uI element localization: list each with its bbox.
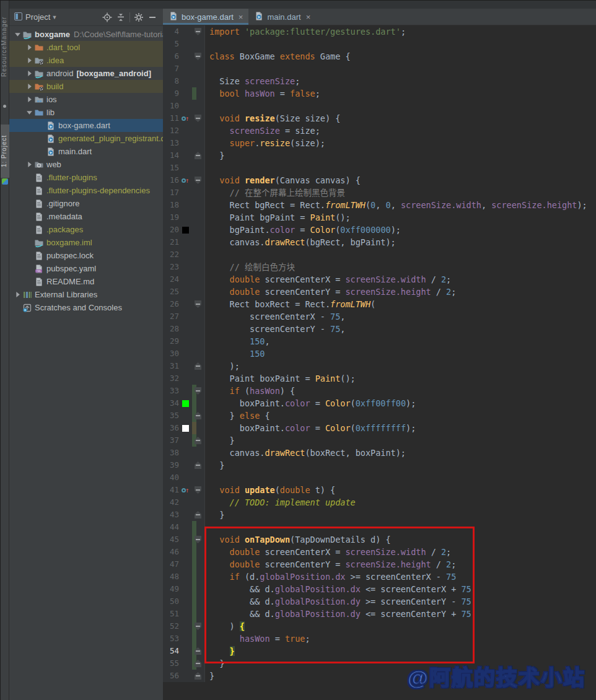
fold-region-start-icon[interactable] — [195, 300, 201, 308]
code-line-50[interactable]: 50 && d.globalPosition.dy >= screenCente… — [163, 595, 596, 608]
code-line-31[interactable]: 31 ); — [163, 360, 596, 372]
tree-row-box-game.dart[interactable]: box-game.dart — [9, 119, 163, 132]
gutter[interactable]: 43 — [163, 509, 205, 521]
code-line-36[interactable]: 36 boxPaint.color = Color(0xffffffff); — [163, 422, 596, 434]
tree-row-android[interactable]: android[boxgame_android] — [9, 67, 163, 80]
close-icon[interactable]: × — [306, 12, 311, 22]
gutter[interactable]: 40 — [163, 471, 205, 484]
code-line-6[interactable]: 6class BoxGame extends Game { — [163, 50, 596, 63]
gutter[interactable]: 51 — [163, 608, 205, 620]
gutter[interactable]: 16↑ — [163, 174, 205, 186]
fold-region-start-icon[interactable] — [195, 115, 201, 122]
toolstrip-project-button[interactable]: 1: Project — [1, 125, 9, 178]
code-line-4[interactable]: 4import 'package:flutter/gestures.dart'; — [163, 25, 596, 38]
gutter[interactable]: 41↑ — [163, 484, 205, 496]
gutter[interactable]: 23 — [163, 261, 205, 273]
code-line-5[interactable]: 5 — [163, 38, 596, 50]
project-panel-title[interactable]: Project — [25, 12, 50, 22]
gutter[interactable]: 38 — [163, 447, 205, 459]
code-line-9[interactable]: 9 bool hasWon = false; — [163, 87, 596, 100]
hide-panel-icon[interactable] — [146, 11, 159, 24]
tree-row-external-libraries[interactable]: External Libraries — [9, 288, 163, 301]
fold-region-start-icon[interactable] — [195, 486, 201, 494]
code-line-40[interactable]: 40 — [163, 471, 596, 484]
tree-expand-arrow[interactable] — [13, 31, 22, 38]
tree-expand-arrow[interactable] — [25, 161, 33, 168]
gutter[interactable]: 11↑ — [163, 112, 205, 125]
code-line-16[interactable]: 16↑ void render(Canvas canvas) { — [163, 174, 596, 186]
code-line-47[interactable]: 47 double screenCenterY = screenSize.hei… — [163, 558, 596, 571]
code-line-42[interactable]: 42 // TODO: implement update — [163, 496, 596, 509]
gutter[interactable]: 10 — [163, 100, 205, 112]
gutter[interactable]: 17 — [163, 186, 205, 199]
code-line-21[interactable]: 21 canvas.drawRect(bgRect, bgPaint); — [163, 236, 596, 248]
gutter[interactable]: 4 — [163, 25, 205, 38]
override-method-icon[interactable]: ↑ — [179, 177, 191, 184]
gutter[interactable]: 54 — [163, 645, 205, 657]
color-preview-swatch[interactable] — [179, 400, 191, 407]
tree-row-boxgame[interactable]: boxgameD:\Code\Self\flame-tutorial — [9, 28, 163, 41]
code-line-53[interactable]: 53 hasWon = true; — [163, 632, 596, 645]
gutter[interactable]: 31 — [163, 360, 205, 372]
tree-row-.dart-tool[interactable]: .dart_tool — [9, 41, 163, 54]
code-line-52[interactable]: 52 ) { — [163, 620, 596, 632]
fold-region-end-icon[interactable] — [195, 672, 201, 680]
gutter[interactable]: 20 — [163, 224, 205, 236]
code-line-11[interactable]: 11↑ void resize(Size size) { — [163, 112, 596, 125]
code-line-30[interactable]: 30 150 — [163, 348, 596, 360]
code-line-19[interactable]: 19 Paint bgPaint = Paint(); — [163, 211, 596, 224]
tree-row-web[interactable]: web — [9, 158, 163, 171]
gutter[interactable]: 14 — [163, 149, 205, 162]
close-icon[interactable]: × — [239, 12, 243, 22]
gutter[interactable]: 30 — [163, 348, 205, 360]
gutter[interactable]: 48 — [163, 571, 205, 583]
chevron-down-icon[interactable]: ▼ — [51, 14, 57, 20]
code-line-15[interactable]: 15 — [163, 162, 596, 174]
code-line-20[interactable]: 20 bgPaint.color = Color(0xff000000); — [163, 224, 596, 236]
fold-region-start-icon[interactable] — [195, 28, 201, 35]
gutter[interactable]: 22 — [163, 248, 205, 261]
code-line-46[interactable]: 46 double screenCenterX = screenSize.wid… — [163, 546, 596, 558]
tree-row-pubspec.lock[interactable]: pubspec.lock — [9, 249, 163, 262]
code-line-35[interactable]: 35 } else { — [163, 409, 596, 422]
code-line-49[interactable]: 49 && d.globalPosition.dx <= screenCente… — [163, 583, 596, 595]
gutter[interactable]: 6 — [163, 50, 205, 63]
code-line-45[interactable]: 45 void onTapDown(TapDownDetails d) { — [163, 533, 596, 546]
tree-row-build[interactable]: build — [9, 80, 163, 93]
locate-file-icon[interactable] — [100, 11, 114, 24]
gutter[interactable]: 47 — [163, 558, 205, 571]
code-line-37[interactable]: 37 } — [163, 434, 596, 447]
gutter[interactable]: 32 — [163, 372, 205, 385]
code-line-39[interactable]: 39 } — [163, 459, 596, 471]
gutter[interactable]: 52 — [163, 620, 205, 632]
code-line-23[interactable]: 23 // 绘制白色方块 — [163, 261, 596, 273]
collapse-all-icon[interactable] — [114, 11, 128, 24]
tree-row-scratches-and-consoles[interactable]: Scratches and Consoles — [9, 301, 163, 314]
gutter[interactable]: 39 — [163, 459, 205, 471]
gutter[interactable]: 19 — [163, 211, 205, 224]
color-preview-swatch[interactable] — [179, 425, 191, 432]
tree-expand-arrow[interactable] — [25, 57, 33, 64]
tree-expand-arrow[interactable] — [25, 83, 33, 90]
fold-region-end-icon[interactable] — [195, 152, 201, 159]
code-line-14[interactable]: 14 } — [163, 149, 596, 162]
fold-region-end-icon[interactable] — [195, 362, 201, 370]
gutter[interactable]: 28 — [163, 323, 205, 335]
tab-main.dart[interactable]: main.dart× — [248, 9, 316, 25]
gutter[interactable]: 9 — [163, 87, 205, 100]
fold-region-end-icon[interactable] — [195, 462, 201, 469]
gutter[interactable]: 8 — [163, 75, 205, 87]
code-line-13[interactable]: 13 super.resize(size); — [163, 137, 596, 149]
code-line-32[interactable]: 32 Paint boxPaint = Paint(); — [163, 372, 596, 385]
tab-box-game.dart[interactable]: box-game.dart× — [163, 9, 248, 25]
gutter[interactable]: 21 — [163, 236, 205, 248]
fold-region-start-icon[interactable] — [195, 53, 201, 60]
gutter[interactable]: 36 — [163, 422, 205, 434]
color-preview-swatch[interactable] — [179, 227, 191, 234]
gutter[interactable]: 37 — [163, 434, 205, 447]
tree-expand-arrow[interactable] — [25, 70, 33, 77]
code-editor[interactable]: 4import 'package:flutter/gestures.dart';… — [163, 25, 596, 682]
tree-row-.gitignore[interactable]: .gitignore — [9, 197, 163, 210]
code-line-28[interactable]: 28 screenCenterY - 75, — [163, 323, 596, 335]
override-method-icon[interactable]: ↑ — [179, 487, 191, 494]
